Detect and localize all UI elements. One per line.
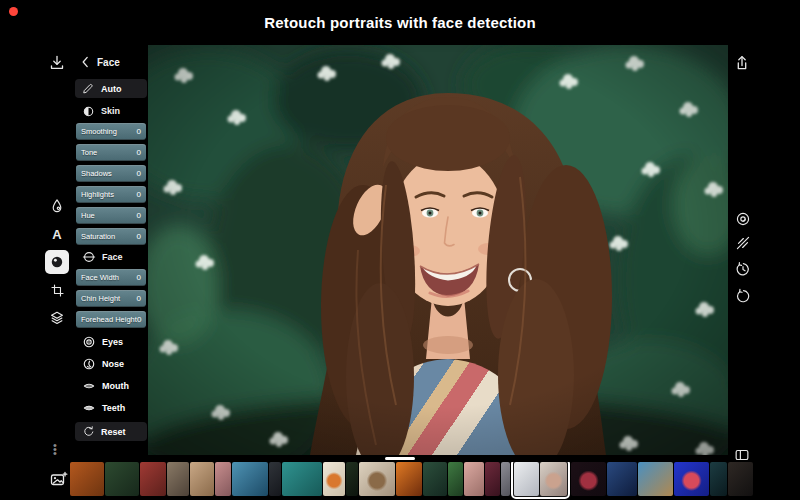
reset-label: Reset <box>101 427 126 437</box>
paint-tool[interactable] <box>45 194 69 218</box>
thumb-fox[interactable] <box>70 462 104 496</box>
filmstrip[interactable] <box>70 462 762 500</box>
skin-section-header: Skin <box>73 103 149 119</box>
diagonal-compare-icon <box>734 234 752 252</box>
auto-label: Auto <box>101 84 122 94</box>
reset-button[interactable]: Reset <box>75 422 147 441</box>
panel-title: Face <box>97 57 120 68</box>
slider-chin-height[interactable]: Chin Height0 <box>76 290 146 307</box>
thumb-ocean[interactable] <box>232 462 268 496</box>
slider-value: 0 <box>137 211 141 220</box>
download-icon <box>47 53 67 73</box>
revert-arrow-icon <box>734 287 752 305</box>
layers-icon <box>48 309 66 327</box>
type-letter-A: A <box>52 227 61 242</box>
pen-wand-icon <box>82 82 95 95</box>
thumb-havana[interactable] <box>638 462 673 496</box>
thumb-forest[interactable] <box>105 462 139 496</box>
layers-tool[interactable] <box>45 306 69 330</box>
slider-label: Forehead Height <box>81 315 137 324</box>
retouch-tool-selected[interactable] <box>45 250 69 274</box>
portrait-photo <box>148 45 728 455</box>
thumb-dark-forest[interactable] <box>346 462 358 496</box>
thumb-underwater[interactable] <box>710 462 727 496</box>
thumb-wildfire[interactable] <box>396 462 422 496</box>
face-sliders: Face Width0Chin Height0Forehead Height0 <box>76 269 146 332</box>
feature-mouth[interactable]: Mouth <box>73 375 149 397</box>
photo-canvas[interactable] <box>148 45 728 455</box>
share-button[interactable] <box>730 51 754 75</box>
compare-button[interactable] <box>731 231 755 255</box>
eyes-label: Eyes <box>102 337 123 347</box>
page-title: Retouch portraits with face detection <box>264 14 536 31</box>
face-detection-button[interactable] <box>731 207 755 231</box>
slider-value: 0 <box>137 273 141 282</box>
slider-tone[interactable]: Tone0 <box>76 144 146 161</box>
thumb-canyon[interactable] <box>190 462 214 496</box>
download-button[interactable] <box>45 51 69 75</box>
thumb-red-building[interactable] <box>140 462 166 496</box>
lips-icon <box>82 379 96 393</box>
selected-thumbnail-group[interactable] <box>511 462 570 499</box>
revert-button[interactable] <box>731 284 755 308</box>
thumb-food[interactable] <box>323 462 345 496</box>
crop-tool[interactable] <box>45 278 69 302</box>
concentric-circles-icon <box>734 210 752 228</box>
thumb-people[interactable] <box>464 462 484 496</box>
thumb-street[interactable] <box>167 462 189 496</box>
eye-icon <box>82 335 96 349</box>
crop-icon <box>49 282 66 299</box>
thumb-jellyfish[interactable] <box>674 462 709 496</box>
thumb-curtain[interactable] <box>514 462 539 496</box>
slider-forehead-height[interactable]: Forehead Height0 <box>76 311 146 328</box>
chevron-left-icon[interactable] <box>79 55 91 69</box>
feature-eyes[interactable]: Eyes <box>73 331 149 353</box>
share-icon <box>732 53 752 73</box>
skin-label: Skin <box>101 106 120 116</box>
filmstrip-handle[interactable] <box>385 457 415 460</box>
thumb-pine[interactable] <box>423 462 447 496</box>
thumb-island[interactable] <box>282 462 322 496</box>
slider-face-width[interactable]: Face Width0 <box>76 269 146 286</box>
type-tool[interactable]: A <box>45 222 69 246</box>
more-options-button[interactable]: ••• <box>53 443 57 455</box>
teeth-label: Teeth <box>102 403 125 413</box>
thumb-rose[interactable] <box>215 462 231 496</box>
nose-icon <box>82 357 96 371</box>
skin-sliders: Smoothing0Tone0Shadows0Highlights0Hue0Sa… <box>76 123 146 249</box>
slider-saturation[interactable]: Saturation0 <box>76 228 146 245</box>
thumb-portrait-red[interactable] <box>485 462 500 496</box>
thumb-deer[interactable] <box>359 462 395 496</box>
slider-shadows[interactable]: Shadows0 <box>76 165 146 182</box>
slider-label: Shadows <box>81 169 112 178</box>
slider-value: 0 <box>137 294 141 303</box>
thumb-woman-room[interactable] <box>540 462 567 496</box>
circle-line-icon <box>82 250 96 264</box>
history-button[interactable] <box>731 257 755 281</box>
feature-nose[interactable]: Nose <box>73 353 149 375</box>
slider-label: Saturation <box>81 232 115 241</box>
auto-button[interactable]: Auto <box>75 79 147 98</box>
mouth-label: Mouth <box>102 381 129 391</box>
thumb-city[interactable] <box>501 462 510 496</box>
feature-teeth[interactable]: Teeth <box>73 397 149 419</box>
slider-value: 0 <box>137 148 141 157</box>
thumb-knife[interactable] <box>728 462 753 496</box>
add-image-button[interactable] <box>47 468 71 492</box>
paint-drop-icon <box>48 197 66 215</box>
slider-value: 0 <box>137 190 141 199</box>
slider-value: 0 <box>137 127 141 136</box>
slider-hue[interactable]: Hue0 <box>76 207 146 224</box>
slider-label: Chin Height <box>81 294 120 303</box>
thumb-nebula[interactable] <box>571 462 606 496</box>
slider-highlights[interactable]: Highlights0 <box>76 186 146 203</box>
slider-smoothing[interactable]: Smoothing0 <box>76 123 146 140</box>
thumb-plant[interactable] <box>448 462 463 496</box>
slider-label: Highlights <box>81 190 114 199</box>
window-close-button[interactable] <box>9 7 18 16</box>
retouch-face-icon <box>48 253 66 271</box>
panel-header: Face <box>73 54 149 70</box>
thumb-cliff[interactable] <box>269 462 281 496</box>
slider-value: 0 <box>137 315 141 324</box>
thumb-starry-night[interactable] <box>607 462 637 496</box>
